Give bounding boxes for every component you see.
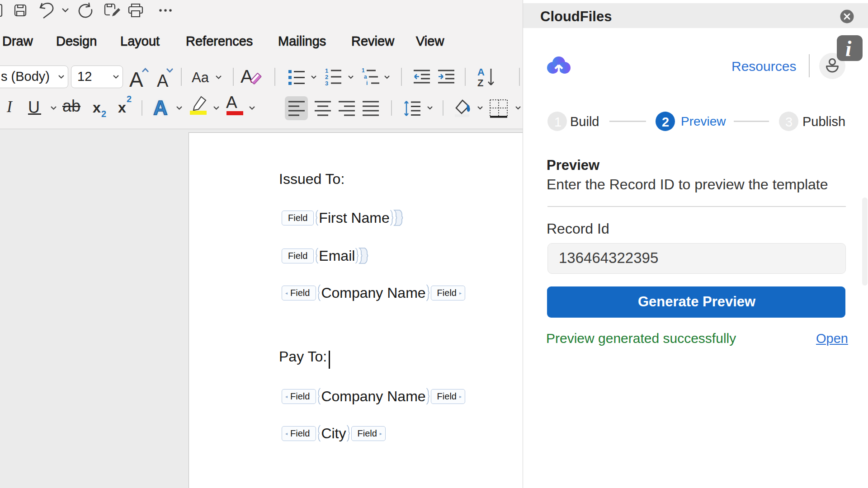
svg-text:1: 1	[325, 68, 328, 74]
svg-text:A: A	[477, 67, 485, 78]
svg-text:i: i	[366, 80, 368, 86]
svg-text:a: a	[364, 74, 367, 80]
svg-text:Z: Z	[477, 77, 483, 88]
svg-text:2: 2	[325, 74, 328, 80]
svg-text:3: 3	[325, 80, 328, 87]
svg-text:1: 1	[362, 68, 365, 74]
